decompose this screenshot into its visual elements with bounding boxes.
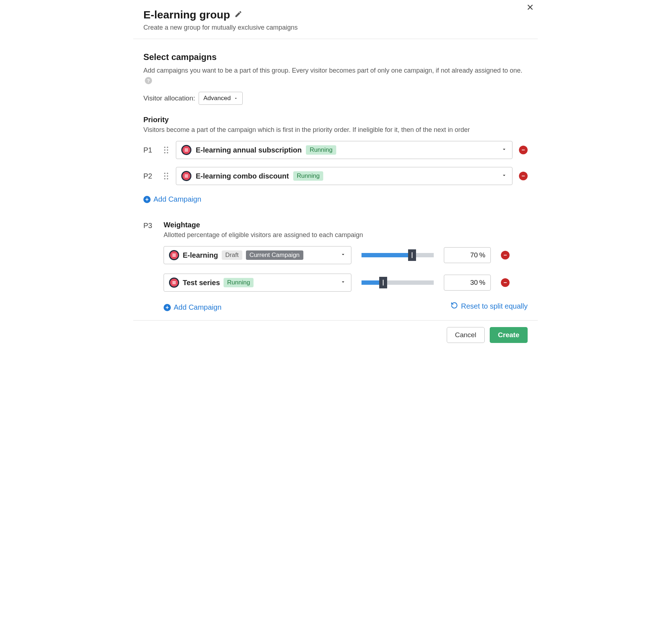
add-campaign-button[interactable]: + Add Campaign	[164, 303, 221, 312]
svg-rect-21	[522, 176, 525, 176]
campaign-select[interactable]: Test series Running	[164, 274, 351, 292]
svg-point-5	[167, 149, 168, 151]
weight-slider[interactable]	[362, 253, 434, 257]
reset-split-button[interactable]: Reset to split equally	[451, 302, 528, 311]
modal-container: E-learning group Create a new group for …	[133, 0, 538, 349]
visitor-allocation-label: Visitor allocation:	[143, 94, 195, 102]
status-badge: Draft	[222, 250, 242, 260]
slider-fill	[362, 253, 412, 257]
weight-slider[interactable]	[362, 280, 434, 285]
priority-row: P2 E-learning combo discount Running	[143, 167, 528, 185]
svg-point-3	[167, 147, 168, 148]
campaign-type-icon	[169, 278, 179, 288]
svg-point-4	[164, 149, 165, 151]
campaign-name: E-learning annual subscription	[196, 146, 302, 154]
priority-label: P3	[143, 222, 156, 230]
plus-icon: +	[164, 304, 171, 311]
svg-rect-20	[185, 177, 188, 177]
slider-thumb[interactable]	[379, 277, 387, 288]
campaign-select[interactable]: E-learning annual subscription Running	[176, 141, 512, 159]
modal-footer: Cancel Create	[133, 320, 538, 349]
svg-rect-23	[172, 255, 176, 256]
svg-point-7	[167, 152, 168, 154]
svg-rect-11	[522, 150, 525, 150]
weight-row: Test series Running 30 %	[164, 274, 528, 292]
percent-value: 30	[470, 279, 478, 287]
svg-rect-18	[185, 175, 188, 175]
weightage-title: Weightage	[164, 221, 528, 229]
select-campaigns-desc: Add campaigns you want to be a part of t…	[143, 66, 528, 85]
remove-campaign-button[interactable]	[519, 172, 528, 180]
drag-handle-icon[interactable]	[163, 172, 169, 180]
campaign-type-icon	[181, 145, 191, 155]
chevron-down-icon	[501, 172, 507, 180]
svg-rect-29	[504, 282, 507, 283]
status-badge: Running	[293, 171, 323, 181]
chevron-down-icon	[340, 252, 346, 259]
weightage-desc: Allotted percentage of eligible visitors…	[164, 231, 528, 239]
close-icon[interactable]	[526, 3, 534, 13]
modal-subtitle: Create a new group for mutually exclusiv…	[143, 24, 528, 31]
weight-row: E-learning Draft Current Campaign 70 %	[164, 246, 528, 264]
priority-title: Priority	[143, 116, 528, 124]
priority-label: P1	[143, 146, 156, 154]
visitor-allocation-select[interactable]: Advanced	[199, 92, 243, 105]
svg-rect-22	[172, 254, 176, 254]
slider-thumb[interactable]	[408, 249, 416, 261]
svg-rect-19	[185, 176, 188, 176]
create-button[interactable]: Create	[490, 327, 528, 343]
svg-rect-24	[172, 256, 176, 257]
remove-campaign-button[interactable]	[501, 251, 510, 259]
svg-point-14	[164, 175, 165, 177]
campaign-type-icon	[169, 250, 179, 260]
campaign-name: E-learning	[183, 251, 218, 259]
status-badge: Running	[224, 278, 254, 287]
select-campaigns-title: Select campaigns	[143, 52, 528, 62]
svg-point-13	[167, 173, 168, 174]
percent-value: 70	[470, 251, 478, 259]
svg-point-6	[164, 152, 165, 154]
remove-campaign-button[interactable]	[501, 278, 510, 287]
campaign-select[interactable]: E-learning combo discount Running	[176, 167, 512, 185]
svg-point-17	[167, 178, 168, 180]
campaign-select[interactable]: E-learning Draft Current Campaign	[164, 246, 351, 264]
modal-title: E-learning group	[143, 9, 230, 21]
info-icon[interactable]: ?	[145, 77, 152, 84]
visitor-allocation-row: Visitor allocation: Advanced	[143, 92, 528, 105]
drag-handle-icon[interactable]	[163, 146, 169, 154]
svg-rect-26	[172, 281, 176, 282]
percent-input[interactable]: 30 %	[444, 275, 491, 291]
svg-point-16	[164, 178, 165, 180]
priority-row: P1 E-learning annual subscription Runnin…	[143, 141, 528, 159]
svg-point-15	[167, 175, 168, 177]
svg-rect-9	[185, 150, 188, 150]
chevron-down-icon	[501, 146, 507, 154]
campaign-type-icon	[181, 171, 191, 181]
svg-rect-27	[172, 282, 176, 283]
priority-desc: Visitors become a part of the campaign w…	[143, 126, 528, 134]
reset-icon	[451, 302, 458, 311]
chevron-down-icon	[234, 96, 238, 100]
percent-input[interactable]: 70 %	[444, 247, 491, 263]
current-campaign-badge: Current Campaign	[246, 250, 303, 260]
percent-symbol: %	[479, 279, 485, 287]
remove-campaign-button[interactable]	[519, 146, 528, 154]
svg-point-12	[164, 173, 165, 174]
campaign-name: Test series	[183, 279, 220, 287]
modal-header: E-learning group Create a new group for …	[133, 0, 538, 39]
cancel-button[interactable]: Cancel	[447, 327, 485, 343]
chevron-down-icon	[340, 279, 346, 286]
status-badge: Running	[306, 145, 336, 155]
svg-point-2	[164, 147, 165, 148]
add-campaign-button[interactable]: + Add Campaign	[143, 195, 201, 203]
svg-rect-8	[185, 149, 188, 149]
priority-label: P2	[143, 172, 156, 180]
percent-symbol: %	[479, 251, 485, 259]
edit-title-icon[interactable]	[234, 10, 242, 20]
campaign-name: E-learning combo discount	[196, 172, 289, 180]
modal-body: Select campaigns Add campaigns you want …	[133, 39, 538, 320]
svg-rect-25	[504, 255, 507, 256]
plus-icon: +	[143, 196, 151, 203]
svg-rect-28	[172, 283, 176, 284]
visitor-allocation-value: Advanced	[203, 95, 231, 102]
